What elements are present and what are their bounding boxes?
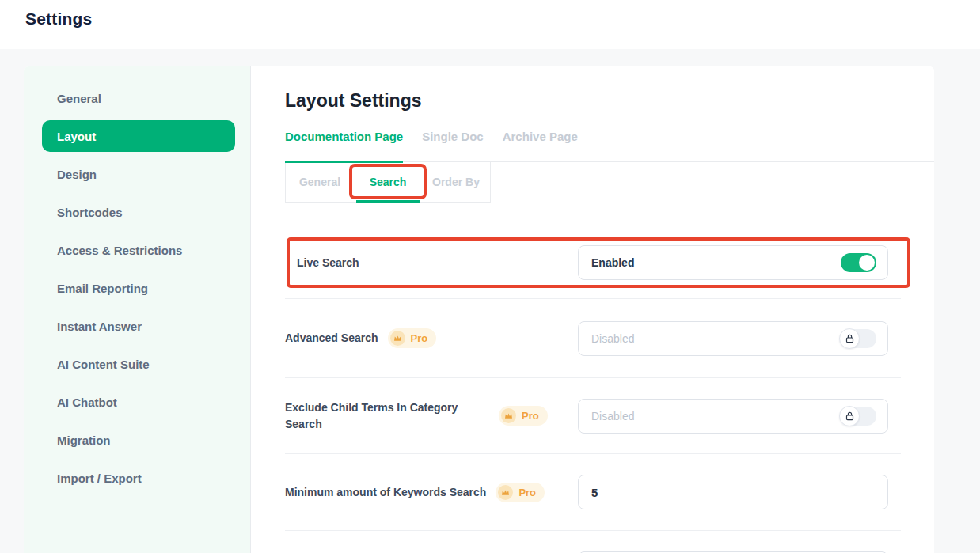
setting-label: Exclude Child Terms In Category Search <box>285 400 467 433</box>
crown-icon <box>390 331 405 346</box>
pro-badge-label: Pro <box>411 332 428 344</box>
setting-label: Advanced Search <box>285 330 378 347</box>
tab-archive-page[interactable]: Archive Page <box>503 129 578 161</box>
crown-icon <box>498 485 513 500</box>
subtab-general[interactable]: General <box>286 162 354 202</box>
pro-badge-label: Pro <box>518 487 536 498</box>
minimum-keywords-input[interactable] <box>578 475 888 509</box>
sub-tabs: General Search Order By <box>285 162 491 203</box>
setting-row-minimum-keywords: Minimum amount of Keywords Search Pro <box>285 454 888 530</box>
tab-single-doc[interactable]: Single Doc <box>422 129 484 161</box>
settings-sidebar: General Layout Design Shortcodes Access … <box>24 66 251 553</box>
live-search-control: Enabled <box>578 245 888 280</box>
subtab-order-by[interactable]: Order By <box>422 162 490 202</box>
subtab-search-label: Search <box>370 176 407 188</box>
settings-card: General Layout Design Shortcodes Access … <box>24 66 934 553</box>
sidebar-item-shortcodes[interactable]: Shortcodes <box>24 193 250 231</box>
control-state-text: Disabled <box>591 332 634 345</box>
pro-badge: Pro <box>388 328 437 348</box>
settings-rows: Live Search Enabled Advanced Search Pro <box>285 237 888 553</box>
sidebar-item-ai-content-suite[interactable]: AI Content Suite <box>24 345 250 383</box>
setting-label: Live Search <box>297 255 359 271</box>
setting-row-exclude-child-terms: Exclude Child Terms In Category Search P… <box>285 378 888 453</box>
setting-row-live-search: Live Search Enabled <box>287 237 910 288</box>
exclude-child-terms-control: Disabled <box>578 399 888 434</box>
live-search-toggle[interactable] <box>841 253 876 272</box>
sidebar-item-general[interactable]: General <box>24 79 250 117</box>
sidebar-item-instant-answer[interactable]: Instant Answer <box>24 307 250 345</box>
sidebar-item-ai-chatbot[interactable]: AI Chatbot <box>24 383 250 421</box>
crown-icon <box>501 408 516 423</box>
setting-row-advanced-search: Advanced Search Pro Disabled <box>285 299 888 377</box>
subtab-search[interactable]: Search <box>354 162 422 202</box>
active-subtab-underline <box>356 200 420 203</box>
sidebar-item-layout[interactable]: Layout <box>42 120 235 152</box>
pro-badge: Pro <box>496 483 545 502</box>
pro-badge-label: Pro <box>522 410 539 422</box>
section-title: Layout Settings <box>285 89 888 112</box>
sidebar-item-import-export[interactable]: Import / Export <box>24 459 250 497</box>
sidebar-item-access-restrictions[interactable]: Access & Restrictions <box>24 231 250 269</box>
sidebar-item-email-reporting[interactable]: Email Reporting <box>24 269 250 307</box>
setting-label: Minimum amount of Keywords Search <box>285 484 486 501</box>
setting-row-partial <box>285 531 888 553</box>
sidebar-item-design[interactable]: Design <box>24 155 250 193</box>
app-header: Settings <box>0 0 980 49</box>
page-tabs: Documentation Page Single Doc Archive Pa… <box>285 129 934 162</box>
sidebar-item-migration[interactable]: Migration <box>24 421 250 459</box>
toggle-knob <box>859 255 875 271</box>
control-state-text: Enabled <box>591 256 634 269</box>
advanced-search-locked-toggle[interactable] <box>841 329 876 348</box>
control-state-text: Disabled <box>591 410 634 422</box>
layout-settings-panel: Layout Settings Documentation Page Singl… <box>251 66 934 553</box>
page-title: Settings <box>25 9 92 40</box>
lock-icon <box>839 328 860 349</box>
lock-icon <box>839 406 860 426</box>
pro-badge: Pro <box>499 406 548 426</box>
tab-documentation-page[interactable]: Documentation Page <box>285 129 403 161</box>
advanced-search-control: Disabled <box>578 321 888 356</box>
exclude-child-terms-locked-toggle[interactable] <box>841 407 876 426</box>
